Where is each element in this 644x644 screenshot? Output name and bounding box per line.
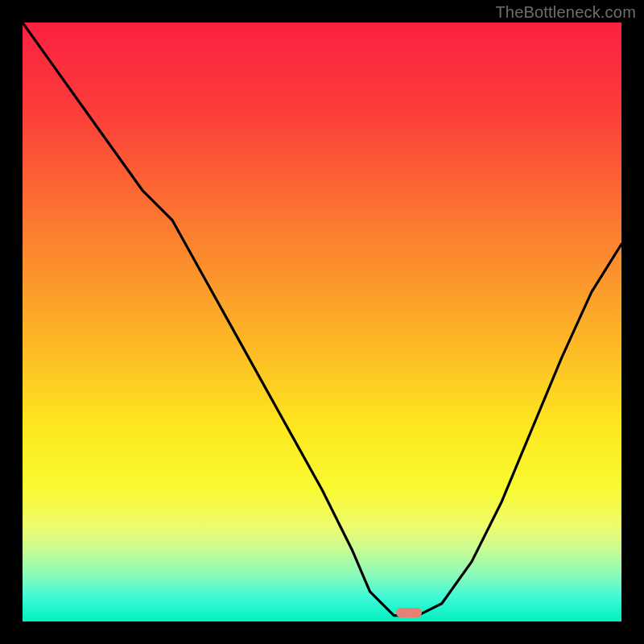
bottleneck-curve [23,23,621,621]
curve-path [23,23,621,616]
plot-area [23,23,621,621]
watermark-label: TheBottleneck.com [495,3,636,22]
optimum-marker [396,608,422,617]
chart-frame: TheBottleneck.com [0,0,644,644]
